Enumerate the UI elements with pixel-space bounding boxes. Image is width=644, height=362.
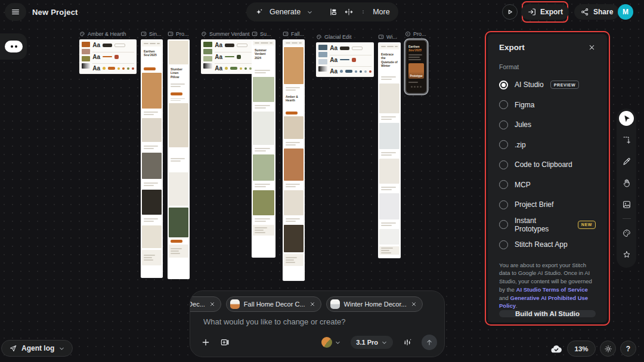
- cursor-icon[interactable]: [619, 111, 634, 126]
- hand-icon[interactable]: [619, 175, 634, 190]
- style-guide-card[interactable]: Aa Aa Aa: [316, 42, 374, 77]
- radio-icon[interactable]: [499, 120, 508, 129]
- close-icon[interactable]: [588, 44, 596, 51]
- avatar[interactable]: M: [618, 4, 633, 20]
- canvas-frame[interactable]: Glacial Edit Aa Aa Aa: [316, 34, 374, 77]
- theme-palette-icon[interactable]: [619, 225, 634, 240]
- screen-frame[interactable]: Embrace the Quietude of Winter: [378, 42, 401, 258]
- radio-icon[interactable]: [499, 240, 508, 249]
- export-button[interactable]: Export: [521, 4, 569, 20]
- export-option-figma[interactable]: Figma: [499, 99, 596, 111]
- context-chip[interactable]: Fall Home Decor C...: [226, 296, 321, 312]
- radio-icon[interactable]: [499, 200, 508, 209]
- brightness-toggle[interactable]: [600, 341, 616, 357]
- menu-button[interactable]: [5, 3, 26, 21]
- monitor-mini: [252, 31, 258, 37]
- style-guide-card[interactable]: Aa Aa Aa: [79, 39, 137, 74]
- radio-icon[interactable]: [499, 220, 508, 229]
- prototype-phone-frame[interactable]: Earthen Sou'2025 Prototype: [405, 39, 428, 94]
- screen-frame[interactable]: Summer Verdant 2024: [252, 39, 275, 258]
- model-selector[interactable]: 3.1 Pro: [351, 336, 393, 349]
- export-option-stitch-react-app[interactable]: Stitch React App: [499, 239, 596, 250]
- type-samples: Aa Aa Aa: [215, 42, 256, 72]
- chip-thumbnail: [330, 299, 340, 309]
- remove-chip-icon[interactable]: [209, 301, 215, 307]
- export-option-instant-prototypes[interactable]: Instant PrototypesNEW: [499, 219, 596, 231]
- prompt-panel: r Home Dec... Fall Home Decor C... Winte…: [190, 290, 445, 357]
- context-chip[interactable]: Winter Home Decor...: [326, 296, 423, 312]
- add-attachment-icon[interactable]: [201, 338, 210, 347]
- sparkle-icon: [255, 8, 264, 17]
- agent-log-button[interactable]: Agent log: [1, 340, 73, 357]
- radio-icon[interactable]: [499, 180, 508, 189]
- option-badge: NEW: [578, 221, 596, 229]
- sidebar-collapsed-tile: [0, 33, 27, 60]
- theme-swatch: [321, 337, 332, 348]
- canvas-frame[interactable]: Amber & Hearth Aa Aa Aa: [79, 31, 137, 74]
- chip-label: Fall Home Decor C...: [244, 301, 305, 308]
- remove-chip-icon[interactable]: [309, 301, 315, 307]
- star-icon[interactable]: [619, 247, 634, 262]
- export-option-label: Figma: [515, 101, 534, 109]
- color-swatches: [82, 42, 90, 72]
- context-chip[interactable]: r Home Dec...: [190, 296, 221, 312]
- export-dialog-title: Export: [499, 43, 525, 52]
- preview-play-button[interactable]: [502, 4, 518, 20]
- expand-panel-button[interactable]: [5, 41, 23, 52]
- disclaimer-text: .: [516, 302, 518, 309]
- chip-thumbnail: [230, 299, 240, 309]
- share-icon: [580, 7, 590, 17]
- layout-icon[interactable]: [329, 7, 338, 17]
- policy-link[interactable]: Generative AI Prohibited Use Policy: [499, 295, 588, 310]
- export-option-jules[interactable]: Jules: [499, 119, 596, 131]
- play-icon: [505, 7, 515, 17]
- policy-link[interactable]: AI Studio Terms of Service: [516, 286, 588, 293]
- radio-icon[interactable]: [499, 160, 508, 169]
- more-button[interactable]: More: [373, 8, 389, 16]
- frame-title: Summer Verdant: [209, 31, 250, 37]
- screen-frame[interactable]: Amber & Hearth: [283, 39, 305, 281]
- build-with-ai-studio-button[interactable]: Build with AI Studio: [499, 310, 596, 317]
- prompt-input[interactable]: [203, 317, 430, 326]
- style-guide-card[interactable]: Aa Aa Aa: [201, 39, 259, 74]
- chevron-down-icon[interactable]: [306, 9, 313, 16]
- canvas-frame[interactable]: Pro...Earthen Sou'2025 Prototype: [405, 31, 447, 94]
- radio-icon[interactable]: [499, 140, 508, 149]
- radio-icon[interactable]: [499, 100, 508, 109]
- format-label: Format: [499, 63, 596, 70]
- hamburger-icon: [11, 7, 20, 17]
- resize-horizontal-icon[interactable]: [344, 7, 354, 17]
- zoom-level[interactable]: 13%: [567, 341, 596, 357]
- screen-frame[interactable]: Slumber Linen Pillow: [168, 39, 190, 279]
- export-option-code-to-clipboard[interactable]: Code to Clipboard: [499, 159, 596, 171]
- help-button[interactable]: ?: [620, 341, 636, 357]
- tune-icon[interactable]: [402, 338, 412, 347]
- palette-mini: [201, 31, 207, 37]
- export-option-ai-studio[interactable]: AI StudioPREVIEW: [499, 79, 596, 91]
- export-option-project-brief[interactable]: Project Brief: [499, 199, 596, 211]
- image-icon[interactable]: [619, 197, 634, 212]
- radio-icon[interactable]: [499, 81, 508, 89]
- marquee-select-icon[interactable]: [619, 132, 634, 147]
- pen-icon[interactable]: [619, 154, 634, 169]
- type-samples: Aa Aa Aa: [92, 42, 134, 72]
- export-option-label: Project Brief: [515, 200, 553, 209]
- export-option-label: MCP: [515, 181, 531, 189]
- remove-chip-icon[interactable]: [411, 301, 417, 307]
- add-frame-icon[interactable]: [220, 338, 230, 347]
- theme-swatch-selector[interactable]: [321, 337, 341, 348]
- generate-button[interactable]: Generate: [270, 8, 301, 16]
- kebab-divider-icon: [360, 8, 367, 16]
- screen-frame[interactable]: Earthen Sou'2025: [141, 39, 163, 278]
- share-button[interactable]: Share: [574, 4, 619, 20]
- export-option-label: Code to Clipboard: [515, 160, 572, 169]
- export-option-mcp[interactable]: MCP: [499, 179, 596, 191]
- export-option--zip[interactable]: .zip: [499, 139, 596, 151]
- page-title: New Project: [32, 8, 78, 17]
- frame-title: Wi...: [386, 34, 397, 40]
- frame-title: Glacial Edit: [324, 34, 352, 40]
- frame-title: Pro...: [176, 31, 189, 37]
- frame-title: Amber & Hearth: [88, 31, 126, 37]
- send-button[interactable]: [422, 335, 437, 350]
- canvas-frame[interactable]: Summer Verdant Aa Aa Aa: [201, 31, 259, 74]
